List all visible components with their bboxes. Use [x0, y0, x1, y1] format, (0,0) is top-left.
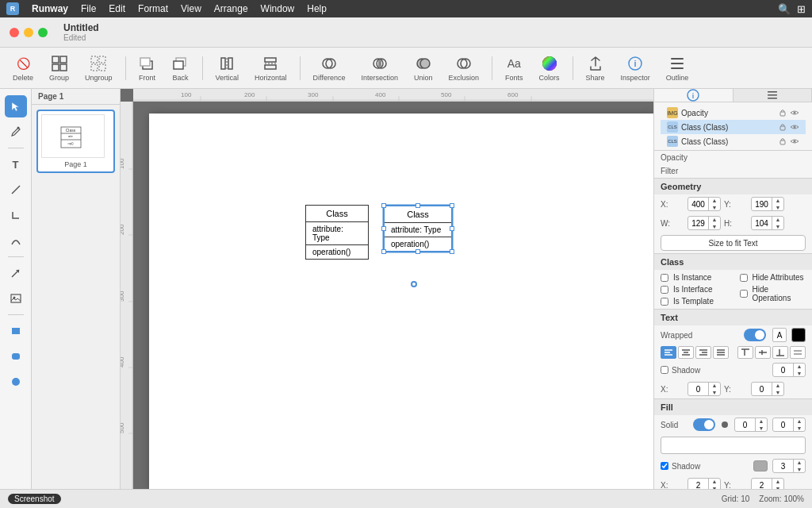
vertical-button[interactable]: Vertical — [209, 52, 246, 85]
y-decrement[interactable]: ▼ — [772, 204, 783, 211]
text-align-middle-btn[interactable] — [755, 346, 771, 359]
tool-cursor[interactable] — [5, 95, 27, 117]
union-button[interactable]: Union — [408, 52, 439, 85]
connection-point[interactable] — [411, 281, 417, 287]
fill-shadow-check[interactable] — [661, 462, 668, 470]
w-decrement[interactable]: ▼ — [709, 223, 720, 230]
exclusion-button[interactable]: Exclusion — [442, 52, 486, 85]
hide-attributes-check[interactable] — [740, 274, 748, 282]
tab-inspector[interactable]: i — [654, 89, 733, 102]
text-align-top-btn[interactable] — [737, 346, 753, 359]
tool-rect[interactable] — [5, 320, 27, 342]
fill-v1-stepper[interactable]: 0 ▲ ▼ — [734, 418, 768, 432]
control-center-icon[interactable]: ⊞ — [797, 3, 806, 15]
handle-br[interactable] — [450, 249, 454, 254]
canvas-page[interactable]: Class attribute: Type operation() Class … — [149, 114, 653, 489]
outline-item-class2[interactable]: CLS Class (Class) — [661, 134, 806, 148]
w-stepper-btns[interactable]: ▲ ▼ — [708, 216, 720, 230]
hide-operations-check[interactable] — [740, 290, 748, 298]
wrapped-toggle[interactable] — [744, 329, 766, 341]
outline-item-class1[interactable]: CLS Class (Class) — [661, 120, 806, 134]
text-shadow-btns[interactable]: ▲ ▼ — [793, 363, 805, 377]
align-right-btn[interactable] — [695, 346, 711, 359]
tool-rounded-rect[interactable] — [5, 345, 27, 368]
fill-shadow-stepper[interactable]: 3 ▲ ▼ — [772, 459, 806, 473]
text-shadow-decrement[interactable]: ▼ — [794, 370, 805, 377]
text-line-height-btn[interactable] — [790, 346, 806, 359]
text-align-bottom-btn[interactable] — [772, 346, 788, 359]
align-left-btn[interactable] — [661, 346, 676, 359]
text-sx-btns[interactable]: ▲ ▼ — [708, 382, 720, 396]
colors-button[interactable]: Colors — [533, 52, 566, 85]
w-stepper[interactable]: 129 ▲ ▼ — [688, 216, 721, 230]
menu-arrange[interactable]: Arrange — [214, 3, 248, 14]
menu-view[interactable]: View — [181, 3, 201, 14]
is-template-check[interactable] — [661, 298, 668, 306]
x-increment[interactable]: ▲ — [709, 197, 720, 204]
handle-bm[interactable] — [416, 249, 420, 254]
menu-format[interactable]: Format — [138, 3, 168, 14]
horizontal-button[interactable]: Horizontal — [248, 52, 293, 85]
canvas-area[interactable]: 100 200 300 400 500 600 100 200 — [121, 89, 653, 489]
front-button[interactable]: Front — [132, 52, 163, 85]
tool-circle[interactable] — [5, 371, 27, 393]
is-instance-check[interactable] — [661, 274, 668, 282]
close-button[interactable] — [10, 28, 19, 37]
x-decrement[interactable]: ▼ — [709, 204, 720, 211]
menu-runway[interactable]: Runway — [32, 3, 68, 14]
fill-color-dot[interactable] — [722, 421, 728, 428]
is-interface-check[interactable] — [661, 286, 668, 294]
y-stepper[interactable]: 190 ▲ ▼ — [751, 197, 784, 211]
handle-tr[interactable] — [450, 203, 454, 208]
fill-shadow-color[interactable] — [753, 460, 768, 471]
y-stepper-btns[interactable]: ▲ ▼ — [772, 197, 783, 211]
uml-class-2[interactable]: Class attribute: Type operation() — [383, 205, 453, 252]
minimize-button[interactable] — [24, 28, 33, 37]
ungroup-button[interactable]: Ungroup — [79, 52, 119, 85]
tool-pen[interactable] — [5, 121, 27, 143]
handle-tl[interactable] — [381, 203, 386, 208]
fill-v2-stepper[interactable]: 0 ▲ ▼ — [772, 418, 806, 432]
text-shadow-stepper[interactable]: 0 ▲ ▼ — [772, 363, 806, 377]
h-decrement[interactable]: ▼ — [772, 223, 783, 230]
tool-text[interactable]: T — [5, 153, 27, 175]
menu-help[interactable]: Help — [307, 3, 327, 14]
font-button[interactable]: A — [772, 328, 787, 342]
handle-ml[interactable] — [381, 226, 386, 231]
align-justify-btn[interactable] — [713, 346, 729, 359]
tab-outline[interactable] — [733, 89, 813, 102]
fill-sy-stepper[interactable]: 2 ▲ ▼ — [751, 478, 784, 489]
text-shadow-check[interactable] — [661, 366, 668, 374]
outline-button[interactable]: Outline — [660, 52, 695, 85]
intersection-button[interactable]: Intersection — [354, 52, 404, 85]
tool-curve[interactable] — [5, 229, 27, 252]
page-item[interactable]: Class attr op() Page 1 — [36, 110, 115, 173]
text-sy-stepper[interactable]: 0 ▲ ▼ — [751, 382, 784, 396]
fill-color-preview[interactable] — [661, 437, 806, 454]
size-to-fit-button[interactable]: Size to fit Text — [661, 235, 806, 251]
y-increment[interactable]: ▲ — [772, 197, 783, 204]
text-sx-stepper[interactable]: 0 ▲ ▼ — [688, 382, 721, 396]
h-stepper-btns[interactable]: ▲ ▼ — [772, 216, 783, 230]
tool-arrow[interactable] — [5, 262, 27, 284]
menu-edit[interactable]: Edit — [109, 3, 125, 14]
handle-bl[interactable] — [381, 249, 386, 254]
h-increment[interactable]: ▲ — [772, 216, 783, 223]
align-center-btn[interactable] — [678, 346, 694, 359]
handle-mr[interactable] — [450, 226, 454, 231]
text-color-swatch[interactable] — [791, 328, 806, 342]
maximize-button[interactable] — [38, 28, 48, 37]
h-stepper[interactable]: 104 ▲ ▼ — [751, 216, 784, 230]
x-stepper[interactable]: 400 ▲ ▼ — [688, 197, 721, 211]
difference-button[interactable]: Difference — [307, 52, 352, 85]
w-increment[interactable]: ▲ — [709, 216, 720, 223]
menu-file[interactable]: File — [81, 3, 96, 14]
delete-button[interactable]: 🚫 Delete — [6, 52, 40, 85]
fonts-button[interactable]: Aa Fonts — [499, 52, 530, 85]
search-icon[interactable]: 🔍 — [778, 3, 791, 15]
inspector-button[interactable]: i Inspector — [615, 52, 657, 85]
back-button[interactable]: Back — [166, 52, 196, 85]
uml-class-1[interactable]: Class attribute: Type operation() — [305, 205, 369, 260]
handle-tm[interactable] — [416, 203, 420, 208]
tool-image[interactable] — [5, 287, 27, 310]
